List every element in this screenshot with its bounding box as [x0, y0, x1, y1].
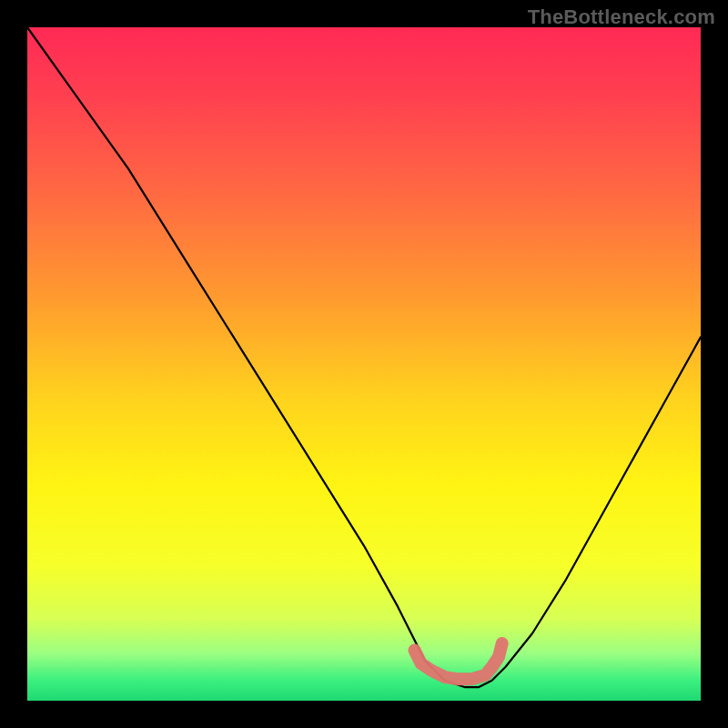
chart-stage: TheBottleneck.com	[0, 0, 728, 728]
plot-background	[27, 27, 701, 701]
bottleneck-chart	[0, 0, 728, 728]
